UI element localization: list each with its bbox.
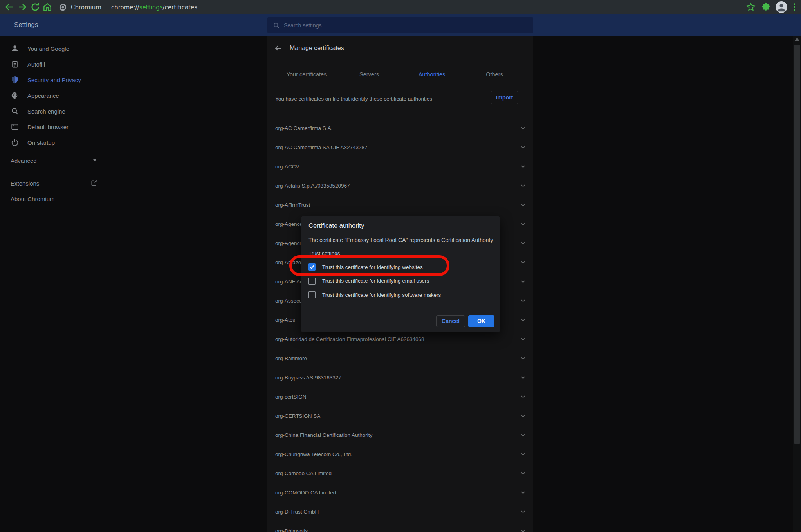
cert-name: org-Autoridad de Certificacion Firmaprof… bbox=[275, 330, 424, 349]
cert-row[interactable]: org-CERTSIGN SA bbox=[267, 406, 533, 426]
palette-icon bbox=[11, 91, 19, 100]
chevron-down-icon[interactable] bbox=[519, 124, 527, 132]
checkbox[interactable] bbox=[308, 291, 316, 298]
import-button[interactable]: Import bbox=[491, 91, 518, 104]
cancel-button[interactable]: Cancel bbox=[436, 315, 465, 327]
shield-icon bbox=[11, 76, 19, 84]
cert-row[interactable]: org-Dhimyotis bbox=[267, 521, 533, 532]
browser-icon bbox=[11, 123, 19, 131]
cert-name: org-CERTSIGN SA bbox=[275, 406, 320, 426]
ok-button[interactable]: OK bbox=[468, 315, 494, 327]
tab-authorities[interactable]: Authorities bbox=[400, 66, 463, 82]
cert-row[interactable]: org-AffirmTrust bbox=[267, 195, 533, 215]
scrollbar-thumb[interactable] bbox=[794, 45, 800, 444]
cert-name: org-D-Trust GmbH bbox=[275, 502, 319, 521]
sidebar-advanced[interactable]: Advanced bbox=[0, 153, 135, 168]
tab-servers[interactable]: Servers bbox=[338, 66, 400, 82]
cert-row[interactable]: org-Actalis S.p.A./03358520967 bbox=[267, 176, 533, 195]
reload-icon[interactable] bbox=[30, 2, 40, 12]
avatar[interactable] bbox=[776, 1, 787, 13]
chevron-down-icon[interactable] bbox=[519, 162, 527, 170]
chevron-down-icon[interactable] bbox=[519, 508, 527, 516]
chevron-down-icon[interactable] bbox=[519, 182, 527, 189]
chevron-down-icon[interactable] bbox=[519, 527, 527, 532]
cert-row[interactable]: org-AC Camerfirma S.A. bbox=[267, 119, 533, 138]
home-icon[interactable] bbox=[42, 2, 52, 12]
cert-row[interactable]: org-Chunghwa Telecom Co., Ltd. bbox=[267, 445, 533, 464]
chevron-down-icon[interactable] bbox=[519, 373, 527, 381]
chevron-down-icon[interactable] bbox=[519, 393, 527, 400]
chevron-down-icon[interactable] bbox=[519, 431, 527, 439]
cert-row[interactable]: org-Autoridad de Certificacion Firmaprof… bbox=[267, 330, 533, 349]
chevron-down-icon[interactable] bbox=[519, 220, 527, 228]
chevron-down-icon[interactable] bbox=[519, 143, 527, 151]
cert-name: org-Buypass AS-983163327 bbox=[275, 368, 341, 387]
checkbox-label: Trust this certificate for identifying s… bbox=[322, 292, 441, 298]
chevron-down-icon[interactable] bbox=[519, 354, 527, 362]
chevron-down-icon[interactable] bbox=[519, 239, 527, 247]
cert-row[interactable]: org-Buypass AS-983163327 bbox=[267, 368, 533, 387]
cert-row[interactable]: org-ACCV bbox=[267, 157, 533, 176]
back-icon[interactable] bbox=[4, 2, 14, 12]
page-title: Manage certificates bbox=[290, 45, 344, 52]
chevron-down-icon[interactable] bbox=[519, 258, 527, 266]
trust-checkbox-row: Trust this certificate for identifying e… bbox=[308, 276, 493, 286]
chevron-down-icon[interactable] bbox=[519, 335, 527, 343]
chevron-down-icon[interactable] bbox=[519, 297, 527, 305]
cert-row[interactable]: org-Comodo CA Limited bbox=[267, 464, 533, 483]
checkbox[interactable] bbox=[308, 263, 316, 271]
chevron-down-icon[interactable] bbox=[519, 489, 527, 496]
search-icon bbox=[11, 107, 19, 115]
chevron-down-icon[interactable] bbox=[519, 450, 527, 458]
sidebar-item-you-and-google[interactable]: You and Google bbox=[0, 41, 135, 56]
cert-name: org-Baltimore bbox=[275, 349, 307, 368]
sidebar-item-default-browser[interactable]: Default browser bbox=[0, 119, 135, 135]
certificate-authority-dialog: Certificate authority The certificate "E… bbox=[301, 216, 500, 332]
caret-down-icon bbox=[92, 157, 98, 164]
chevron-down-icon[interactable] bbox=[519, 316, 527, 324]
back-icon[interactable] bbox=[274, 43, 283, 53]
sidebar-extensions[interactable]: Extensions bbox=[0, 175, 135, 191]
sidebar-item-appearance[interactable]: Appearance bbox=[0, 88, 135, 103]
tab-your-certificates[interactable]: Your certificates bbox=[275, 66, 338, 82]
cert-name: org-Amazon bbox=[275, 253, 304, 272]
scrollbar[interactable] bbox=[793, 36, 801, 532]
cert-row[interactable]: org-Baltimore bbox=[267, 349, 533, 368]
scroll-up-arrow-icon[interactable] bbox=[795, 38, 799, 41]
cert-row[interactable]: org-AC Camerfirma SA CIF A82743287 bbox=[267, 138, 533, 157]
tab-underline bbox=[400, 85, 463, 85]
sidebar-item-on-startup[interactable]: On startup bbox=[0, 135, 135, 150]
dialog-body: The certificate "Embassy Local Root CA" … bbox=[308, 237, 493, 243]
page-title: Chromium bbox=[71, 4, 101, 11]
cert-row[interactable]: org-COMODO CA Limited bbox=[267, 483, 533, 502]
bookmark-star-icon[interactable] bbox=[746, 2, 756, 12]
cert-row[interactable]: org-China Financial Certification Author… bbox=[267, 426, 533, 445]
divider bbox=[0, 207, 135, 207]
chevron-down-icon[interactable] bbox=[519, 469, 527, 477]
chromium-logo-icon bbox=[59, 3, 67, 11]
search-input[interactable]: Search settings bbox=[267, 17, 533, 33]
chevron-down-icon[interactable] bbox=[519, 201, 527, 209]
settings-header: Settings Search settings bbox=[0, 14, 801, 36]
checkbox-label: Trust this certificate for identifying w… bbox=[322, 264, 423, 270]
tab-others[interactable]: Others bbox=[463, 66, 526, 82]
search-placeholder: Search settings bbox=[284, 22, 322, 29]
chevron-down-icon[interactable] bbox=[519, 278, 527, 285]
cert-name: org-COMODO CA Limited bbox=[275, 483, 336, 502]
chevron-down-icon[interactable] bbox=[519, 412, 527, 420]
checkbox[interactable] bbox=[308, 278, 316, 285]
sidebar-item-search-engine[interactable]: Search engine bbox=[0, 103, 135, 119]
sidebar-item-autofill[interactable]: Autofill bbox=[0, 56, 135, 72]
sidebar-about-chromium[interactable]: About Chromium bbox=[0, 191, 135, 207]
cert-row[interactable]: org-D-Trust GmbH bbox=[267, 502, 533, 521]
url-text[interactable]: chrome://settings/certificates bbox=[111, 4, 197, 11]
cert-row[interactable]: org-certSIGN bbox=[267, 387, 533, 406]
extensions-puzzle-icon[interactable] bbox=[761, 2, 771, 12]
settings-title: Settings bbox=[14, 21, 38, 29]
menu-kebab-icon[interactable] bbox=[789, 2, 799, 12]
forward-icon[interactable] bbox=[17, 2, 27, 12]
sidebar-item-security-and-privacy[interactable]: Security and Privacy bbox=[0, 72, 135, 88]
cert-name: org-China Financial Certification Author… bbox=[275, 426, 372, 445]
sidebar: You and Google Autofill Security and Pri… bbox=[0, 36, 135, 532]
search-icon bbox=[273, 22, 280, 29]
